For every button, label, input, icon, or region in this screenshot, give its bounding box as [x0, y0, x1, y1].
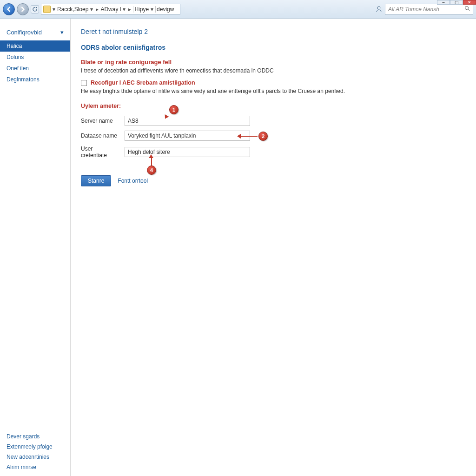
- callout-1: 1: [169, 105, 178, 114]
- user-row: User cretentiate: [81, 145, 466, 159]
- save-button[interactable]: Stanre: [81, 175, 111, 186]
- breadcrumb-seg[interactable]: Hipye: [134, 6, 149, 13]
- window-min-button[interactable]: –: [437, 0, 450, 5]
- server-label: Server name: [81, 118, 120, 124]
- parameters-heading: Uylem ameter:: [81, 103, 466, 109]
- folder-icon: [43, 6, 51, 13]
- svg-point-1: [465, 7, 469, 10]
- database-row: Dataase name: [81, 131, 466, 141]
- callout-4: 4: [147, 165, 156, 175]
- config-heading: Blate or ing rate conigurage fell: [81, 59, 466, 66]
- nav-back-button[interactable]: [3, 3, 15, 15]
- chevron-right-icon: ▸: [127, 6, 132, 13]
- sidebar-header[interactable]: Conifiqrovbid ▾: [0, 27, 70, 40]
- sidebar-bottom-item[interactable]: Alrim mnrse: [0, 462, 70, 472]
- reconfigure-note: He easy brights thde optane of nlitle wi…: [81, 88, 466, 94]
- sidebar-bottom-item[interactable]: New adcenrtinies: [0, 452, 70, 462]
- reconfigure-row: Recofigur l AEC Srebam amistiigation: [81, 79, 466, 86]
- sidebar-bottom-item[interactable]: Extenmeely pfolge: [0, 442, 70, 452]
- nav-forward-button[interactable]: [17, 3, 29, 15]
- sidebar-item-onef[interactable]: Onef ilen: [0, 63, 70, 74]
- search-icon: [464, 6, 470, 13]
- chevron-right-icon: ▾: [150, 6, 154, 13]
- callout-2: 2: [258, 132, 268, 141]
- section-title: ODRS abolor ceniisfigatros: [81, 44, 466, 51]
- chevron-right-icon: ▾: [52, 6, 56, 13]
- breadcrumb-seg[interactable]: Racck,Sloep: [57, 6, 88, 13]
- reconfigure-label: Recofigur l AEC Srebam amistiigation: [91, 79, 195, 86]
- sidebar-item-doluns[interactable]: Doluns: [0, 52, 70, 63]
- sidebar-bottom: Dever sgards Extenmeely pfolge New adcen…: [0, 431, 70, 476]
- server-input[interactable]: [125, 116, 250, 126]
- button-row: Stanre Fontt orrtool: [81, 175, 466, 186]
- chevron-down-icon: ▾: [60, 29, 64, 36]
- breadcrumb-seg[interactable]: ADway l: [100, 6, 121, 13]
- window-close-button[interactable]: ✕: [463, 0, 476, 5]
- arrow-icon: [149, 154, 153, 158]
- user-input[interactable]: [125, 147, 250, 157]
- sidebar-header-label: Conifiqrovbid: [7, 29, 42, 36]
- database-input[interactable]: [125, 131, 250, 141]
- chevron-right-icon: ▾: [89, 6, 94, 13]
- sidebar-item-degln[interactable]: Deglnmatons: [0, 74, 70, 85]
- arrow-line: [241, 136, 258, 137]
- arrow-icon: [237, 134, 241, 139]
- address-bar: ▾ Racck,Sloep ▾ ▸ ADway l ▾ ▸ Hipye ▾ de…: [0, 0, 476, 19]
- database-label: Dataase name: [81, 132, 120, 139]
- sidebar-item-ralica[interactable]: Ralica: [0, 40, 70, 52]
- user-label: User cretentiate: [81, 145, 120, 159]
- breadcrumb-seg[interactable]: devigw: [157, 6, 174, 13]
- refresh-button[interactable]: [31, 5, 39, 13]
- window-controls: – ▢ ✕: [437, 0, 476, 5]
- arrow-line: [151, 158, 152, 165]
- breadcrumb[interactable]: ▾ Racck,Sloep ▾ ▸ ADway l ▾ ▸ Hipye ▾ de…: [41, 4, 180, 15]
- sidebar-bottom-item[interactable]: Dever sgards: [0, 431, 70, 442]
- svg-line-2: [468, 9, 469, 11]
- sidebar: Conifiqrovbid ▾ Ralica Doluns Onef ilen …: [0, 19, 71, 476]
- search-placeholder: All AR Tomce Nansh: [388, 6, 439, 13]
- chevron-right-icon: ▸: [95, 6, 99, 13]
- window-max-button[interactable]: ▢: [450, 0, 463, 5]
- config-description: I trese of decebtion ad drffievents wlor…: [81, 67, 466, 74]
- search-input[interactable]: All AR Tomce Nansh: [385, 4, 473, 15]
- page-title: Deret t not inmulstelp 2: [81, 28, 466, 35]
- server-row: Server name: [81, 116, 466, 126]
- svg-point-0: [377, 7, 380, 9]
- chevron-right-icon: ▾: [122, 6, 126, 13]
- content-area: Deret t not inmulstelp 2 ODRS abolor cen…: [71, 19, 476, 476]
- cancel-link[interactable]: Fontt orrtool: [118, 178, 148, 184]
- reconfigure-checkbox[interactable]: [81, 80, 87, 86]
- user-icon[interactable]: [375, 5, 383, 13]
